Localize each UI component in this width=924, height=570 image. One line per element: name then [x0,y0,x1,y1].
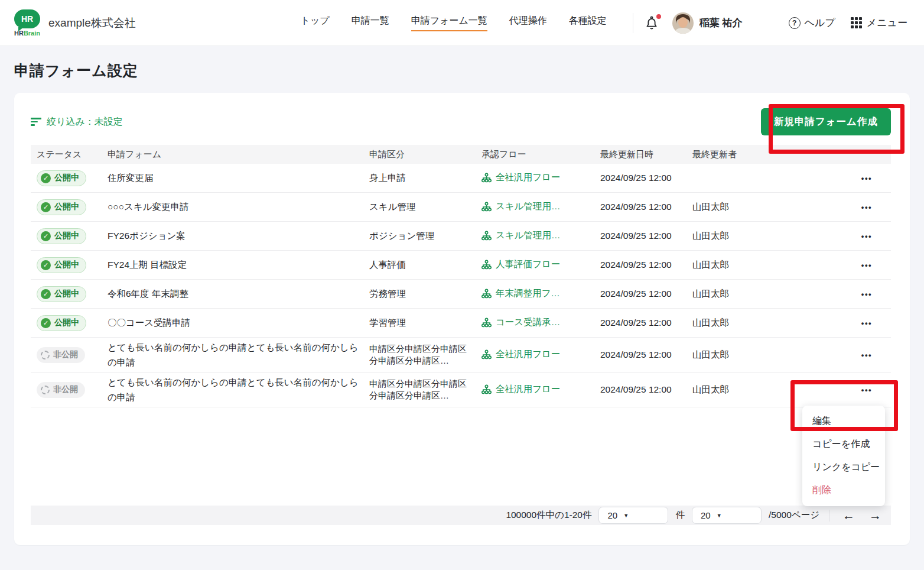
col-header-form: 申請フォーム [108,149,369,160]
form-name: とても長い名前の何かしらの申請とても長い名前の何かしらの申請 [108,375,369,404]
table-row[interactable]: ✓公開中 〇〇コース受講申請 学習管理 コース受講承… 2024/09/25 1… [31,309,891,338]
next-page-button[interactable]: → [866,509,885,523]
check-icon: ✓ [41,289,51,299]
status-label: 公開中 [54,202,79,212]
notification-dot [656,14,661,19]
row-menu-button[interactable]: ••• [859,199,874,215]
table-row[interactable]: 非公開 とても長い名前の何かしらの申請とても長い名前の何かしらの申請 申請区分申… [31,373,891,407]
flow-label: コース受講承… [496,316,560,329]
hrbrain-logo-icon: HR HRBrain [13,9,41,37]
context-menu-edit[interactable]: 編集 [802,410,885,433]
flow-label: スキル管理用… [496,200,561,213]
row-menu-button[interactable]: ••• [859,347,874,363]
page-number-select[interactable]: 20 ▼ [692,507,762,524]
status-label: 非公開 [53,384,78,395]
updated-at: 2024/09/25 12:00 [600,173,692,183]
app-header: HR HRBrain example株式会社 トップ 申請一覧 申請フォーム一覧… [0,0,924,46]
flow-label: 全社汎用フロー [496,383,560,396]
org-flow-icon [481,260,492,270]
org-flow-icon [481,318,492,328]
pagination-divider [829,510,829,522]
table-row[interactable]: 非公開 とても長い名前の何かしらの申請とても長い名前の何かしらの申請 申請区分申… [31,338,891,373]
updated-at: 2024/09/25 12:00 [600,231,692,241]
status-label: 非公開 [53,349,78,360]
nav-item-applications[interactable]: 申請一覧 [352,15,389,31]
user-avatar[interactable] [672,12,694,34]
create-form-button[interactable]: 新規申請フォーム作成 [761,108,891,135]
check-icon: ✓ [41,231,51,241]
page-size-value: 20 [607,510,617,520]
prev-page-button[interactable]: ← [839,509,858,523]
logo-bubble-text: HR [21,14,33,24]
org-flow-icon [481,384,492,394]
approval-flow-link[interactable]: 人事評価フロー [481,258,560,271]
flow-label: スキル管理用… [496,229,561,242]
updated-at: 2024/09/25 12:00 [600,349,692,360]
flow-label: 人事評価フロー [496,258,560,271]
help-label: ヘルプ [805,16,835,30]
form-name: 令和6年度 年末調整 [108,288,369,300]
user-name[interactable]: 稲葉 祐介 [699,16,743,30]
status-badge-published: ✓公開中 [37,257,86,273]
approval-flow-link[interactable]: 年末調整用フ… [481,287,560,300]
approval-flow-link[interactable]: 全社汎用フロー [481,171,560,184]
notification-bell-icon[interactable] [644,15,659,31]
header-actions: 稲葉 祐介 ? ヘルプ メニュー [630,12,907,34]
approval-flow-link[interactable]: コース受講承… [481,316,560,329]
org-flow-icon [481,289,492,299]
col-header-status: ステータス [37,149,108,160]
row-menu-button[interactable]: ••• [859,228,874,244]
header-divider [633,13,633,33]
row-menu-button[interactable]: ••• [859,286,874,302]
forms-table: ステータス 申請フォーム 申請区分 承認フロー 最終更新日時 最終更新者 ✓公開… [31,145,891,525]
table-toolbar: 絞り込み：未設定 新規申請フォーム作成 [31,93,893,145]
nav-item-top[interactable]: トップ [301,15,330,31]
org-flow-icon [481,231,492,241]
table-row[interactable]: ✓公開中 FY24上期 目標設定 人事評価 人事評価フロー 2024/09/25… [31,251,891,280]
dashed-circle-icon [41,386,50,394]
category: 人事評価 [369,259,481,271]
page-size-select[interactable]: 20 ▼ [598,507,668,524]
filter-button[interactable]: 絞り込み：未設定 [31,116,123,128]
nav-item-proxy[interactable]: 代理操作 [509,15,547,31]
menu-button[interactable]: メニュー [851,16,907,30]
category: ポジション管理 [369,230,481,242]
approval-flow-link[interactable]: スキル管理用… [481,200,561,213]
content-card: 絞り込み：未設定 新規申請フォーム作成 ステータス 申請フォーム 申請区分 承認… [14,93,910,545]
row-menu-button[interactable]: ••• [859,257,874,273]
updated-by: 山田太郎 [692,317,768,329]
flow-label: 全社汎用フロー [496,171,560,184]
approval-flow-link[interactable]: スキル管理用… [481,229,561,242]
status-badge-private: 非公開 [37,347,85,363]
nav-item-settings[interactable]: 各種設定 [569,15,607,31]
col-header-category: 申請区分 [369,149,481,160]
row-menu-button[interactable]: ••• [859,315,874,331]
context-menu-copy[interactable]: コピーを作成 [802,433,885,456]
table-row[interactable]: ✓公開中 住所変更届 身上申請 全社汎用フロー 2024/09/25 12:00… [31,164,891,193]
row-menu-button-open[interactable]: ••• [859,382,874,398]
page-title: 申請フォーム設定 [14,61,924,80]
approval-flow-link[interactable]: 全社汎用フロー [481,383,560,396]
context-menu-delete[interactable]: 削除 [802,479,885,502]
check-icon: ✓ [41,260,51,270]
main-nav: トップ 申請一覧 申請フォーム一覧 代理操作 各種設定 [301,15,607,31]
help-button[interactable]: ? ヘルプ [789,16,835,30]
form-name: FY24上期 目標設定 [108,259,369,271]
check-icon: ✓ [41,173,51,183]
table-row[interactable]: ✓公開中 令和6年度 年末調整 労務管理 年末調整用フ… 2024/09/25 … [31,280,891,309]
row-menu-button[interactable]: ••• [859,170,874,186]
table-row[interactable]: ✓公開中 FY26ポジション案 ポジション管理 スキル管理用… 2024/09/… [31,222,891,251]
category: 申請区分申請区分申請区分申請区分申請区… [369,343,481,367]
col-header-flow: 承認フロー [481,149,600,160]
table-row[interactable]: ✓公開中 ○○○スキル変更申請 スキル管理 スキル管理用… 2024/09/25… [31,193,891,222]
status-badge-private: 非公開 [37,382,85,398]
context-menu-copy-link[interactable]: リンクをコピー [802,456,885,479]
pages-total: /5000ページ [769,509,819,522]
approval-flow-link[interactable]: 全社汎用フロー [481,348,560,361]
logo-bubble: HR [14,9,40,28]
status-badge-published: ✓公開中 [37,170,86,186]
status-label: 公開中 [54,318,79,328]
brand-logo[interactable]: HR HRBrain example株式会社 [13,9,136,37]
row-context-menu: 編集 コピーを作成 リンクをコピー 削除 [802,406,885,506]
nav-item-application-forms[interactable]: 申請フォーム一覧 [411,15,487,31]
